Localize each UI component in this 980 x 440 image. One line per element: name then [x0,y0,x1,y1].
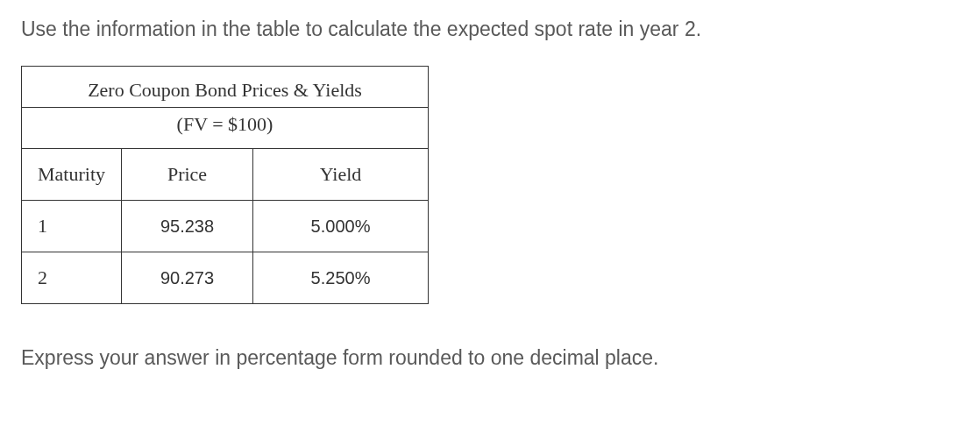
header-maturity: Maturity [22,149,122,201]
bond-table: Zero Coupon Bond Prices & Yields (FV = $… [21,66,429,304]
cell-yield: 5.250% [253,252,429,304]
table-title: Zero Coupon Bond Prices & Yields [22,67,429,108]
bond-table-container: Zero Coupon Bond Prices & Yields (FV = $… [21,66,959,304]
table-row: 2 90.273 5.250% [22,252,429,304]
header-yield: Yield [253,149,429,201]
table-subtitle: (FV = $100) [22,108,429,149]
header-price: Price [122,149,253,201]
cell-maturity: 1 [22,201,122,252]
cell-price: 90.273 [122,252,253,304]
cell-price: 95.238 [122,201,253,252]
table-row: 1 95.238 5.000% [22,201,429,252]
cell-maturity: 2 [22,252,122,304]
question-text: Use the information in the table to calc… [21,18,959,41]
instruction-text: Express your answer in percentage form r… [21,346,959,370]
table-header-row: Maturity Price Yield [22,149,429,201]
cell-yield: 5.000% [253,201,429,252]
